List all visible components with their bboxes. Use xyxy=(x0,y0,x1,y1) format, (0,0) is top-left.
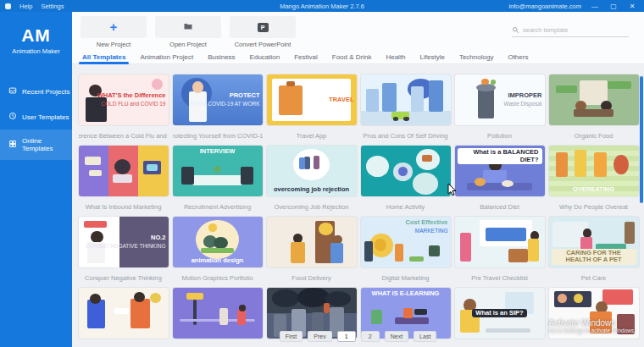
template-card[interactable]: Organic Food xyxy=(549,74,639,146)
thumbnail-art-shape xyxy=(413,173,438,194)
thumbnail-title-text: NO.2 xyxy=(151,234,166,242)
thumbnail-art-shape xyxy=(375,239,386,251)
thumbnail-title-text: IMPROPER xyxy=(508,92,541,100)
category-tabs: All TemplatesAnimation ProjectBusinessEd… xyxy=(82,51,528,64)
thumbnail-art-shape xyxy=(608,81,631,88)
template-card[interactable]: What is a BALANCED DIET?Balanced Diet xyxy=(455,146,545,217)
thumbnail-art-shape xyxy=(181,167,194,184)
vertical-scrollbar-thumb[interactable] xyxy=(640,76,643,203)
maximize-button[interactable]: ▢ xyxy=(608,3,619,10)
tab-education[interactable]: Education xyxy=(250,53,280,64)
template-card[interactable]: TRAVELTravel App xyxy=(267,74,357,146)
sidebar-item-recent-projects[interactable]: Recent Projects xyxy=(0,79,72,104)
menu-help[interactable]: Help xyxy=(19,3,32,10)
template-card[interactable]: What Is Inbound Marketing xyxy=(79,146,169,217)
tab-technology[interactable]: Technology xyxy=(459,53,493,64)
thumbnail-art-shape xyxy=(395,244,404,261)
template-caption: Pet Care xyxy=(549,267,639,288)
sidebar-item-user-templates[interactable]: User Templates xyxy=(0,104,72,129)
thumbnail-art-shape xyxy=(324,303,329,313)
page-button-first[interactable]: First xyxy=(280,331,303,342)
thumbnail-title-text: Waste Disposal xyxy=(504,101,542,107)
thumbnail-art-shape xyxy=(460,310,480,332)
page-button-last[interactable]: Last xyxy=(414,331,436,342)
thumbnail-art-shape xyxy=(150,293,161,303)
menu-settings[interactable]: Settings xyxy=(41,3,64,10)
main-area: +New ProjectOpen ProjectPConvert PowerPo… xyxy=(72,12,644,347)
toolbar-button-label: Open Project xyxy=(155,41,221,48)
thumbnail-art-shape xyxy=(409,256,424,262)
tab-health[interactable]: Health xyxy=(386,53,405,64)
template-card[interactable]: Home Activity xyxy=(361,146,451,217)
thumbnail-title-text: OVEREATING xyxy=(573,186,614,194)
template-card[interactable]: INTERVIEWRecruitment Advertising xyxy=(173,146,263,217)
tab-animation-project[interactable]: Animation Project xyxy=(140,53,193,64)
template-card[interactable]: PROTECTFROM COVID-19 AT WORKProtecting Y… xyxy=(173,74,263,146)
tab-festival[interactable]: Festival xyxy=(294,53,318,64)
template-caption: Recruitment Advertising xyxy=(173,196,263,217)
thumbnail-art-shape xyxy=(574,109,613,118)
tab-all-templates[interactable]: All Templates xyxy=(82,53,125,64)
thumbnail-art-shape xyxy=(130,299,150,328)
template-thumbnail: WHAT'S the DifferenceCOLD FLU and COVID … xyxy=(79,74,169,125)
account-email[interactable]: info@mangoanimate.com xyxy=(508,3,581,10)
thumbnail-art-shape xyxy=(429,80,443,112)
folder-icon xyxy=(182,19,194,35)
template-thumbnail xyxy=(455,217,545,267)
tab-lifestyle[interactable]: Lifestyle xyxy=(420,53,445,64)
thumbnail-art-shape xyxy=(486,228,527,241)
template-caption: Travel App xyxy=(267,125,357,146)
thumbnail-title-text: WHAT IS E-LEARNING xyxy=(372,290,440,298)
template-thumbnail: What is a BALANCED DIET? xyxy=(455,146,545,196)
thumbnail-art-shape xyxy=(460,233,471,262)
template-card[interactable]: IMPROPERWaste DisposalPollution xyxy=(455,74,545,146)
thumbnail-art-shape xyxy=(86,97,107,122)
minimize-button[interactable]: — xyxy=(590,3,600,10)
thumbnail-art-shape xyxy=(239,305,246,311)
page-button-2[interactable]: 2 xyxy=(361,331,380,342)
open-project-button[interactable]: Open Project xyxy=(155,16,221,48)
template-card[interactable]: OVEREATINGWhy Do People Overeat xyxy=(549,146,639,217)
thumbnail-art-shape xyxy=(491,80,496,85)
template-card[interactable]: Pros and Cons Of Self Driving xyxy=(361,74,451,146)
tab-business[interactable]: Business xyxy=(208,53,235,64)
app-name: Animation Maker xyxy=(0,47,72,55)
template-thumbnail: NO.2COMBAT NEGATIVE THINKING xyxy=(79,217,169,267)
thumbnail-art-shape xyxy=(330,243,343,263)
search-input[interactable] xyxy=(523,26,623,34)
new-project-button[interactable]: +New Project xyxy=(80,16,147,48)
thumbnail-art-shape xyxy=(299,157,305,168)
template-thumbnail: OVEREATING xyxy=(549,146,639,196)
toolbar-button-label: Convert PowerPoint xyxy=(230,41,296,48)
page-button-prev[interactable]: Prev xyxy=(308,331,331,342)
template-card[interactable]: WHAT'S the DifferenceCOLD FLU and COVID … xyxy=(79,74,169,146)
close-button[interactable]: ✕ xyxy=(627,3,637,10)
thumbnail-art-shape xyxy=(481,79,488,85)
template-caption: Organic Food xyxy=(549,125,639,146)
template-thumbnail: CARING FOR THE HEALTH OF A PET xyxy=(549,217,639,267)
template-card[interactable]: overcoming job rejectionOvercoming Job R… xyxy=(267,146,357,217)
tab-food-drink[interactable]: Food & Drink xyxy=(332,53,372,64)
template-card[interactable]: Pre Travel Checklist xyxy=(455,217,545,288)
thumbnail-art-shape xyxy=(395,317,429,324)
template-card[interactable]: Food Delivery xyxy=(267,217,357,288)
template-card[interactable]: Cost EffectiveMARKETINGDigital Marketing xyxy=(361,217,451,288)
thumbnail-art-shape xyxy=(319,223,333,234)
app-icon xyxy=(5,3,11,9)
template-card[interactable]: NO.2COMBAT NEGATIVE THINKINGConquer Nega… xyxy=(79,217,169,288)
thumbnail-art-shape xyxy=(489,159,502,171)
thumbnail-art-shape xyxy=(89,170,102,176)
template-card[interactable]: animation designMotion Graphics Portfoli… xyxy=(173,217,263,288)
template-caption: Digital Marketing xyxy=(361,267,451,288)
sidebar-item-online-templates[interactable]: Online Templates xyxy=(0,129,72,160)
page-button-1[interactable]: 1 xyxy=(337,331,356,342)
thumbnail-art-shape xyxy=(147,164,158,171)
thumbnail-art-shape xyxy=(85,157,101,165)
template-card[interactable]: CARING FOR THE HEALTH OF A PETPet Care xyxy=(549,217,639,288)
convert-powerpoint-button[interactable]: PConvert PowerPoint xyxy=(230,16,296,48)
template-thumbnail xyxy=(361,146,451,196)
thumbnail-art-shape xyxy=(272,289,299,306)
page-button-next[interactable]: Next xyxy=(385,331,408,342)
thumbnail-art-shape xyxy=(429,245,440,256)
tab-others[interactable]: Others xyxy=(508,53,528,64)
